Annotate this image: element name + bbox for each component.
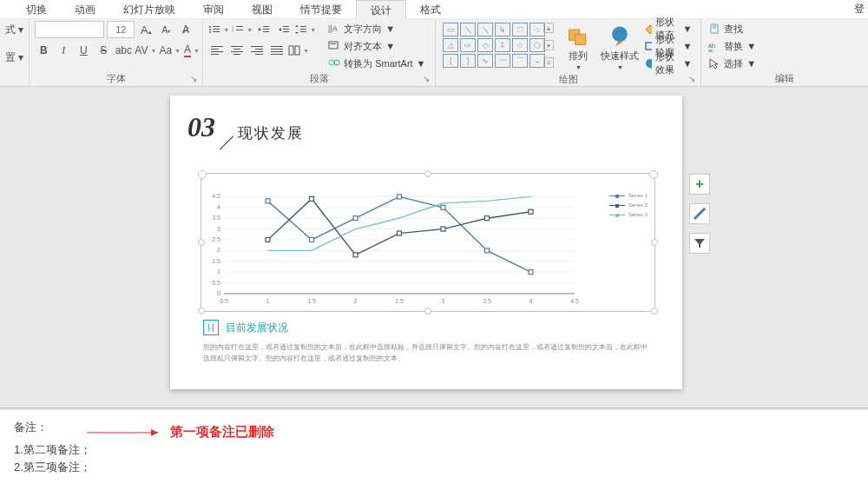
chart-add-element-button[interactable]: + xyxy=(689,174,710,195)
slide-title-block: 03 现状发展 xyxy=(187,111,304,143)
shape-curve2-icon[interactable]: 〰 xyxy=(495,54,510,68)
chart-object[interactable]: 00.511.522.533.544.50.511.522.533.544.5 … xyxy=(201,174,654,311)
reset-dropdown[interactable]: 置 ▾ xyxy=(5,49,23,66)
slide[interactable]: 03 现状发展 00.511.522.533.544.50.511.522.53… xyxy=(170,96,682,389)
svg-text:ac: ac xyxy=(708,48,713,52)
tab-format[interactable]: 格式 xyxy=(406,0,455,19)
selection-handle[interactable] xyxy=(424,170,431,177)
shape-brace2-icon[interactable]: } xyxy=(460,54,476,68)
shape-effects-button[interactable]: 形状效果▼ xyxy=(642,56,695,71)
shape-diamond-icon[interactable]: ◇ xyxy=(477,38,493,52)
svg-rect-73 xyxy=(485,216,490,221)
line-spacing-button[interactable]: ▼ xyxy=(295,21,316,38)
notes-line: 2.第三项备注； xyxy=(14,459,854,476)
shape-curve-icon[interactable]: ∿ xyxy=(477,54,493,68)
quick-styles-button[interactable]: 快速样式▼ xyxy=(601,21,639,73)
slide-number: 03 xyxy=(187,111,215,143)
svg-rect-11 xyxy=(263,29,269,30)
tab-review[interactable]: 审阅 xyxy=(189,0,238,19)
shape-arrow-icon[interactable]: ⇨ xyxy=(460,38,476,52)
numbering-button[interactable]: 12▼ xyxy=(232,21,253,38)
convert-smartart-button[interactable]: 转换为 SmartArt▼ xyxy=(326,56,429,71)
tab-transitions[interactable]: 切换 xyxy=(12,0,61,19)
bullets-button[interactable]: ▼ xyxy=(208,21,229,38)
svg-rect-45 xyxy=(646,43,652,50)
svg-rect-65 xyxy=(441,205,445,209)
notes-pane[interactable]: 备注： 1.第二项备注； 2.第三项备注； 第一项备注已删除 xyxy=(0,410,868,503)
align-right-button[interactable] xyxy=(248,42,266,59)
selection-handle[interactable] xyxy=(651,239,658,246)
svg-rect-43 xyxy=(575,34,586,44)
character-spacing-button[interactable]: AV▼ xyxy=(135,42,156,59)
tab-slideshow[interactable]: 幻灯片放映 xyxy=(109,0,189,19)
shape-brace-icon[interactable]: { xyxy=(443,54,458,68)
italic-button[interactable]: I xyxy=(55,42,72,59)
align-center-button[interactable] xyxy=(228,42,246,59)
svg-rect-12 xyxy=(263,31,269,32)
slide-workspace: 03 现状发展 00.511.522.533.544.50.511.522.53… xyxy=(0,87,868,407)
svg-rect-35 xyxy=(289,46,293,55)
find-button[interactable]: 查找 xyxy=(707,21,760,36)
shape-connector-icon[interactable]: ↳ xyxy=(495,23,510,36)
strikethrough-button[interactable]: S xyxy=(95,42,112,59)
selection-handle[interactable] xyxy=(198,308,205,314)
style-dropdown[interactable]: 式 ▾ xyxy=(5,21,23,38)
chart-styles-button[interactable] xyxy=(689,203,710,224)
chart-float-buttons: + xyxy=(689,174,710,254)
select-button[interactable]: 选择▼ xyxy=(707,56,760,71)
svg-rect-17 xyxy=(300,29,306,30)
svg-rect-23 xyxy=(231,46,243,47)
decrease-indent-button[interactable] xyxy=(255,21,273,38)
justify-button[interactable] xyxy=(268,42,286,59)
gallery-up-icon[interactable]: ▴ xyxy=(543,23,554,33)
bold-button[interactable]: B xyxy=(35,42,52,59)
shrink-font-button[interactable]: A▾ xyxy=(157,21,174,38)
font-launcher-icon[interactable]: ↘ xyxy=(190,74,201,84)
ribbon: 式 ▾ 置 ▾ 12 A▴ A▾ A̷ B I U S abc xyxy=(0,19,868,87)
chart-filter-button[interactable] xyxy=(689,233,710,254)
font-color-button[interactable]: A▼ xyxy=(183,42,201,59)
shape-line2-icon[interactable]: ＼ xyxy=(477,23,493,36)
shape-line-icon[interactable]: ＼ xyxy=(460,23,476,36)
svg-rect-38 xyxy=(329,42,338,49)
selection-handle[interactable] xyxy=(651,308,658,314)
replace-button[interactable]: abac替换▼ xyxy=(707,38,760,54)
text-direction-button[interactable]: ||A文字方向▼ xyxy=(326,21,429,36)
font-size-combo[interactable]: 12 xyxy=(107,21,135,38)
paragraph-launcher-icon[interactable]: ↘ xyxy=(423,74,433,84)
grow-font-button[interactable]: A▴ xyxy=(137,21,155,38)
underline-button[interactable]: U xyxy=(75,42,92,59)
text-shadow-button[interactable]: abc xyxy=(115,42,132,59)
arrange-button[interactable]: 排列▼ xyxy=(559,21,597,73)
align-text-button[interactable]: 对齐文本▼ xyxy=(326,38,429,54)
shapes-gallery[interactable]: ▭ ＼ ＼ ↳ □ ○ △ ⇨ ◇ ⇩ ☆ ⬡ { } ∿ 〰 ⌒ xyxy=(441,21,543,69)
tab-view[interactable]: 视图 xyxy=(238,0,286,19)
gallery-down-icon[interactable]: ▾ xyxy=(543,40,554,50)
gallery-expand-icon[interactable]: ≡ xyxy=(543,57,554,68)
shape-arc-icon[interactable]: ⌒ xyxy=(512,54,528,68)
tab-storyboard[interactable]: 情节提要 xyxy=(286,0,356,19)
selection-handle[interactable] xyxy=(198,239,205,246)
shape-square-icon[interactable]: □ xyxy=(512,23,528,36)
clear-formatting-button[interactable]: A̷ xyxy=(177,21,194,38)
shape-rect-icon[interactable]: ▭ xyxy=(443,23,458,36)
shape-star-icon[interactable]: ☆ xyxy=(512,38,528,52)
annotation-text: 第一项备注已删除 xyxy=(170,424,274,440)
align-left-button[interactable] xyxy=(208,42,226,59)
tab-design[interactable]: 设计 xyxy=(356,0,406,19)
font-family-combo[interactable] xyxy=(35,21,104,38)
increase-indent-button[interactable] xyxy=(275,21,293,38)
shape-triangle-icon[interactable]: △ xyxy=(443,38,458,52)
svg-rect-10 xyxy=(263,26,269,27)
sign-in[interactable]: 登 xyxy=(854,2,868,17)
svg-rect-24 xyxy=(233,49,240,50)
shapes-gallery-more[interactable]: ▴ ▾ ≡ xyxy=(543,21,556,69)
change-case-button[interactable]: Aa▼ xyxy=(159,42,181,59)
selection-handle[interactable] xyxy=(424,308,431,314)
drawing-launcher-icon[interactable]: ↘ xyxy=(688,74,699,84)
columns-button[interactable]: ▼ xyxy=(288,42,309,59)
tab-animations[interactable]: 动画 xyxy=(61,0,109,19)
svg-rect-63 xyxy=(353,216,358,221)
shape-arrowdown-icon[interactable]: ⇩ xyxy=(495,38,510,52)
svg-rect-1 xyxy=(213,26,220,27)
